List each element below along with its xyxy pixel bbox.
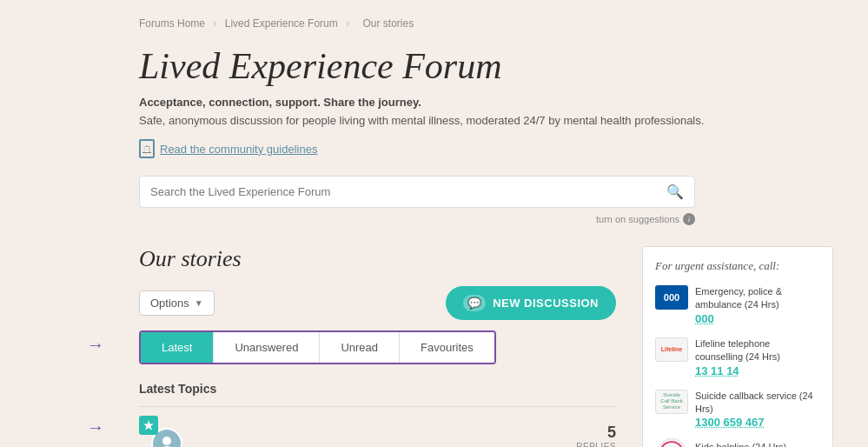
new-discussion-button[interactable]: 💬 NEW DISCUSSION [446,286,616,320]
main-content: Our stories Options ▼ 💬 NEW DISCUSSION →… [139,246,616,447]
svg-point-1 [162,437,171,445]
breadcrumb-forum[interactable]: Lived Experience Forum [225,17,338,30]
service-kids: kids Kids helpline (24 Hrs) 1800 55 1800 [655,441,820,447]
breadcrumb-current: Our stories [362,17,414,30]
kids-info: Kids helpline (24 Hrs) 1800 55 1800 [695,441,820,447]
suggestions-toggle-text: turn on suggestions [596,214,679,224]
service-emergency: 000 Emergency, police & ambulance (24 Hr… [655,285,820,325]
user-icon [157,434,176,447]
lifeline-logo: Lifeline [655,337,688,362]
section-title: Our stories [139,246,616,272]
lifeline-service-name: Lifeline telephone counselling (24 Hrs) [695,337,820,364]
chat-bubble-icon: 💬 [463,295,487,311]
breadcrumb: Forums Home › Lived Experience Forum › O… [139,17,833,30]
tab-latest[interactable]: Latest [141,332,214,363]
tabs-container: Latest Unanswered Unread Favourites [139,330,496,364]
lifeline-info: Lifeline telephone counselling (24 Hrs) … [695,337,820,377]
tab-unanswered[interactable]: Unanswered [214,332,320,363]
search-bar: 🔍 [139,176,695,208]
emergency-info: Emergency, police & ambulance (24 Hrs) 0… [695,285,820,325]
tabs-area: → → Latest Unanswered Unread Favourites [139,330,616,382]
logo-scbs: SuicideCall BackService [655,390,688,414]
document-icon: 📋 [139,139,155,158]
emergency-phone: 000 [695,312,820,325]
guidelines-link[interactable]: 📋 Read the community guidelines [139,139,317,158]
svg-marker-0 [143,420,154,430]
new-discussion-label: NEW DISCUSSION [493,297,599,310]
logo-kids: kids [657,438,686,447]
urgent-title: For urgent assistance, call: [655,259,820,273]
topic-avatar-wrap [139,416,182,447]
page-title: Lived Experience Forum [139,45,833,87]
kids-helpline-icon: kids [659,441,684,447]
urgent-assistance-box: For urgent assistance, call: 000 Emergen… [642,246,833,447]
forum-tagline: Acceptance, connection, support. Share t… [139,96,833,109]
sidebar: For urgent assistance, call: 000 Emergen… [642,246,833,447]
kids-service-name: Kids helpline (24 Hrs) [695,441,820,447]
scbs-service-name: Suicide callback service (24 Hrs) [695,390,820,417]
toolbar: Options ▼ 💬 NEW DISCUSSION [139,286,616,320]
guidelines-link-text: Read the community guidelines [160,143,317,156]
breadcrumb-home[interactable]: Forums Home [139,17,205,30]
replies-label: REPLIES [576,442,616,447]
star-icon [143,420,154,430]
logo-lifeline: Lifeline [655,337,688,362]
table-row[interactable]: 5 REPLIES [139,406,616,447]
scbs-phone: 1300 659 467 [695,416,820,429]
latest-topics-heading: Latest Topics [139,382,616,396]
annotation-arrow-1: → [87,335,104,355]
options-button[interactable]: Options ▼ [139,290,215,316]
logo-000: 000 [655,285,688,310]
info-icon: i [683,213,695,225]
tab-unread[interactable]: Unread [320,332,400,363]
tab-favourites[interactable]: Favourites [400,332,494,363]
topic-badge [139,416,158,435]
lifeline-phone: 13 11 14 [695,364,820,377]
emergency-logo: 000 [655,285,688,310]
svg-point-3 [660,442,683,447]
replies-count: 5 [576,424,616,442]
emergency-service-name: Emergency, police & ambulance (24 Hrs) [695,285,820,312]
search-button[interactable]: 🔍 [666,183,684,200]
service-scbs: SuicideCall BackService Suicide callback… [655,390,820,430]
kids-logo: kids [655,441,688,447]
scbs-info: Suicide callback service (24 Hrs) 1300 6… [695,390,820,430]
options-label: Options [150,297,189,310]
scbs-logo: SuicideCall BackService [655,390,688,414]
search-input[interactable] [150,185,666,198]
chevron-down-icon: ▼ [195,298,203,308]
suggestions-toggle: turn on suggestions i [139,213,695,225]
replies-column: 5 REPLIES [576,424,616,447]
annotation-arrow-2: → [87,417,104,437]
service-lifeline: Lifeline Lifeline telephone counselling … [655,337,820,377]
forum-description: Safe, anonymous discussion for people li… [139,114,833,127]
